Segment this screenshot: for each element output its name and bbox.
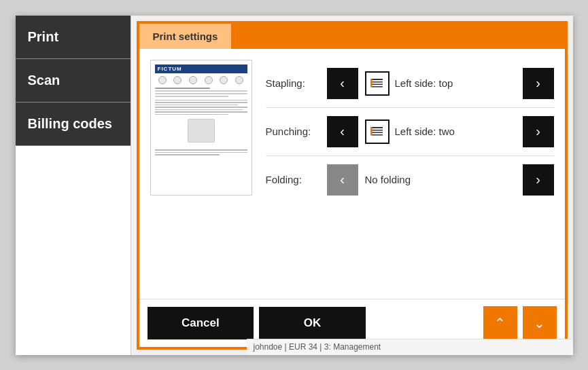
status-text: johndoe | EUR 34 | 3: Management (254, 342, 381, 352)
doc-circle (220, 76, 228, 84)
orange-wrapper: Print settings FICTUM (137, 21, 568, 350)
svg-rect-7 (372, 132, 383, 133)
document-preview: FICTUM (150, 60, 252, 196)
svg-rect-5 (372, 127, 383, 128)
tab-print-settings[interactable]: Print settings (139, 24, 232, 49)
stapling-prev-button[interactable]: ‹ (327, 68, 358, 99)
doc-circle (173, 76, 181, 84)
nav-up-button[interactable]: ⌃ (483, 306, 517, 340)
main-container: Print Scan Billing codes Print settings … (16, 16, 573, 355)
svg-rect-4 (370, 79, 373, 88)
doc-text-block-2 (155, 149, 247, 155)
stapling-value-display: Left side: top (365, 71, 516, 96)
doc-circles (155, 76, 247, 84)
svg-rect-3 (372, 86, 383, 88)
content-area: Print settings FICTUM (131, 16, 573, 355)
sidebar-item-scan[interactable]: Scan (16, 59, 131, 103)
doc-circle (235, 76, 243, 84)
stapling-next-button[interactable]: › (523, 68, 554, 99)
punching-value-display: Left side: two (365, 119, 516, 144)
folding-value: No folding (365, 174, 411, 185)
stapling-value: Left side: top (395, 77, 453, 89)
doc-image-placeholder (188, 119, 215, 143)
stapling-icon (365, 71, 390, 96)
folding-next-button[interactable]: › (523, 164, 554, 196)
punching-label: Punching: (266, 126, 320, 137)
doc-circle (189, 76, 197, 84)
doc-text-block (155, 100, 247, 115)
folding-value-display: No folding (365, 174, 516, 185)
doc-circle (205, 76, 213, 84)
sidebar: Print Scan Billing codes (16, 16, 131, 355)
controls-panel: Stapling: ‹ (266, 60, 554, 288)
stapling-svg-icon (370, 76, 385, 91)
doc-circle (158, 76, 167, 84)
folding-prev-button[interactable]: ‹ (327, 164, 358, 196)
folding-label: Folding: (266, 174, 320, 185)
ok-button[interactable]: OK (259, 307, 366, 339)
sidebar-item-print[interactable]: Print (16, 16, 131, 59)
punching-svg-icon (370, 124, 385, 139)
status-bar: johndoe | EUR 34 | 3: Management (247, 339, 573, 355)
svg-rect-8 (372, 134, 383, 136)
folding-row: Folding: ‹ No folding › (266, 156, 554, 204)
print-settings-body: FICTUM (139, 49, 565, 299)
doc-lines (155, 88, 247, 97)
tab-bar: Print settings (139, 24, 565, 49)
punching-value: Left side: two (395, 126, 455, 137)
svg-rect-6 (372, 130, 383, 131)
stapling-row: Stapling: ‹ (266, 60, 554, 108)
punching-icon (365, 119, 390, 144)
stapling-label: Stapling: (266, 77, 320, 89)
svg-rect-1 (372, 81, 383, 83)
nav-down-button[interactable]: ⌄ (523, 306, 557, 340)
svg-rect-0 (372, 79, 383, 80)
doc-header-label: FICTUM (155, 64, 247, 73)
punching-row: Punching: ‹ (266, 108, 554, 156)
svg-rect-9 (370, 127, 373, 136)
sidebar-item-billing-codes[interactable]: Billing codes (16, 103, 131, 146)
cancel-button[interactable]: Cancel (148, 307, 254, 339)
punching-prev-button[interactable]: ‹ (327, 116, 358, 147)
svg-rect-2 (372, 84, 383, 85)
punching-next-button[interactable]: › (523, 116, 554, 147)
